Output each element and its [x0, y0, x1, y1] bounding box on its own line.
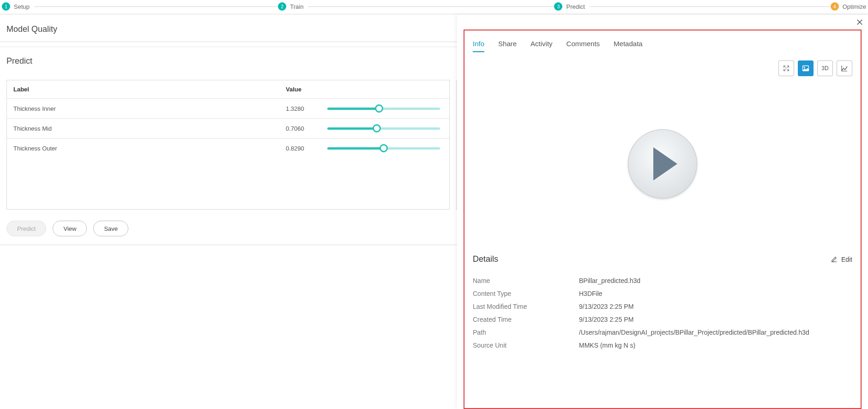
predict-button: Predict: [6, 221, 46, 236]
details-key: Created Time: [473, 316, 579, 323]
input-label: Thickness Mid: [7, 120, 279, 138]
details-grid: NameBPillar_predicted.h3dContent TypeH3D…: [473, 274, 852, 352]
details-value: 9/13/2023 2:25 PM: [579, 303, 852, 310]
details-row: Path/Users/rajman/DesignAI_projects/BPil…: [473, 326, 852, 339]
expand-icon[interactable]: [778, 60, 794, 76]
play-icon: [653, 147, 677, 180]
details-value: 9/13/2023 2:25 PM: [579, 316, 852, 323]
step-setup[interactable]: 1 Setup: [2, 2, 278, 11]
threeD-view-button[interactable]: 3D: [817, 60, 833, 76]
edit-button[interactable]: Edit: [831, 256, 852, 263]
details-value: H3DFile: [579, 290, 852, 297]
details-key: Path: [473, 329, 579, 336]
step-optimize[interactable]: 4 Optimize: [831, 2, 866, 11]
input-slider[interactable]: [327, 104, 440, 113]
edit-label: Edit: [841, 256, 852, 263]
input-label: Thickness Inner: [7, 100, 279, 118]
panel-tabs: Info Share Activity Comments Metadata: [473, 40, 852, 52]
details-row: Content TypeH3DFile: [473, 287, 852, 300]
play-button[interactable]: [628, 129, 697, 198]
step-predict[interactable]: 3 Predict: [554, 2, 830, 11]
chart-view-icon[interactable]: [837, 60, 852, 76]
svg-point-1: [804, 67, 805, 68]
save-button[interactable]: Save: [93, 221, 128, 236]
details-row: Last Modified Time9/13/2023 2:25 PM: [473, 300, 852, 313]
input-row: Thickness Outer0.8290: [7, 138, 449, 158]
edit-icon: [831, 256, 838, 263]
details-title: Details: [473, 254, 498, 264]
input-value: 0.8290: [279, 139, 321, 157]
step-label: Train: [290, 3, 303, 10]
step-label: Setup: [14, 3, 30, 10]
view-button[interactable]: View: [53, 221, 87, 236]
step-label: Optimize: [843, 3, 866, 10]
panel-highlight: Info Share Activity Comments Metadata 3D: [464, 30, 862, 409]
tab-activity[interactable]: Activity: [530, 40, 553, 52]
inputs-header-value: Value: [279, 80, 321, 98]
details-value: /Users/rajman/DesignAI_projects/BPillar_…: [579, 329, 852, 336]
step-badge: 2: [278, 2, 286, 11]
tab-comments[interactable]: Comments: [567, 40, 600, 52]
input-value: 1.3280: [279, 100, 321, 118]
step-train[interactable]: 2 Train: [278, 2, 554, 11]
input-row: Thickness Inner1.3280: [7, 98, 449, 118]
step-label: Predict: [566, 3, 585, 10]
tab-metadata[interactable]: Metadata: [614, 40, 643, 52]
details-key: Name: [473, 277, 579, 284]
details-value: BPillar_predicted.h3d: [579, 277, 852, 284]
input-slider[interactable]: [327, 124, 440, 132]
input-row: Thickness Mid0.7060: [7, 118, 449, 138]
details-key: Content Type: [473, 290, 579, 297]
step-badge: 3: [554, 2, 562, 11]
details-key: Last Modified Time: [473, 303, 579, 310]
image-view-icon[interactable]: [798, 60, 814, 76]
details-row: Source UnitMMKS (mm kg N s): [473, 339, 852, 352]
workflow-stepper: 1 Setup 2 Train 3 Predict 4 Optimize: [0, 0, 868, 13]
step-badge: 1: [2, 2, 10, 11]
tab-share[interactable]: Share: [498, 40, 517, 52]
inputs-table: Label Value Thickness Inner1.3280Thickne…: [6, 80, 450, 210]
panel-toolbar: 3D: [473, 60, 852, 76]
details-value: MMKS (mm kg N s): [579, 342, 852, 349]
inputs-header: Label Value: [7, 80, 449, 98]
details-row: Created Time9/13/2023 2:25 PM: [473, 313, 852, 326]
step-badge: 4: [831, 2, 839, 11]
close-icon[interactable]: [855, 18, 864, 27]
input-slider[interactable]: [327, 144, 440, 152]
details-row: NameBPillar_predicted.h3d: [473, 274, 852, 287]
info-panel: Info Share Activity Comments Metadata 3D: [457, 15, 868, 409]
details-key: Source Unit: [473, 342, 579, 349]
input-label: Thickness Outer: [7, 139, 279, 157]
inputs-header-label: Label: [7, 80, 279, 98]
preview-viewer: [473, 76, 852, 252]
tab-info[interactable]: Info: [473, 40, 484, 52]
input-value: 0.7060: [279, 120, 321, 138]
